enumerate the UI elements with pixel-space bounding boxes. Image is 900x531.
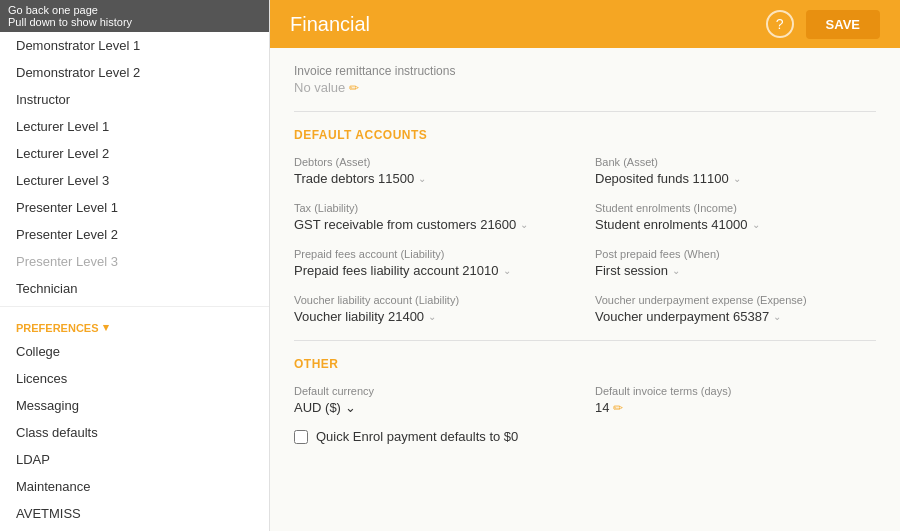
accounts-grid: Debtors (Asset) Trade debtors 11500 ⌄ Ba… — [294, 156, 876, 324]
sidebar-item-avetmiss[interactable]: AVETMISS — [0, 500, 269, 527]
sidebar-item-instructor[interactable]: Instructor — [0, 86, 269, 113]
voucher-liability-label: Voucher liability account (Liability) — [294, 294, 575, 306]
post-prepaid-fees-label: Post prepaid fees (When) — [595, 248, 876, 260]
sidebar-item-messaging[interactable]: Messaging — [0, 392, 269, 419]
other-section: OTHER Default currency AUD ($) ⌄ Default… — [294, 357, 876, 444]
debtors-field: Debtors (Asset) Trade debtors 11500 ⌄ — [294, 156, 575, 186]
student-enrolments-field: Student enrolments (Income) Student enro… — [595, 202, 876, 232]
tax-field: Tax (Liability) GST receivable from cust… — [294, 202, 575, 232]
sidebar-item-demonstrator-2[interactable]: Demonstrator Level 2 — [0, 59, 269, 86]
sidebar-item-lecturer-3[interactable]: Lecturer Level 3 — [0, 167, 269, 194]
sidebar-roles-list: Demonstrator Level 1 Demonstrator Level … — [0, 32, 269, 302]
prepaid-fees-value: Prepaid fees liability account 21010 ⌄ — [294, 263, 575, 278]
edit-icon[interactable]: ✏ — [349, 81, 359, 95]
voucher-liability-value: Voucher liability 21400 ⌄ — [294, 309, 575, 324]
currency-chevron-icon[interactable]: ⌄ — [345, 400, 356, 415]
prepaid-fees-label: Prepaid fees account (Liability) — [294, 248, 575, 260]
quick-enrol-row: Quick Enrol payment defaults to $0 — [294, 429, 876, 444]
student-enrolments-chevron-icon[interactable]: ⌄ — [752, 219, 760, 230]
divider-2 — [294, 340, 876, 341]
sidebar-item-presenter-1[interactable]: Presenter Level 1 — [0, 194, 269, 221]
bank-chevron-icon[interactable]: ⌄ — [733, 173, 741, 184]
sidebar-item-presenter-3[interactable]: Presenter Level 3 — [0, 248, 269, 275]
bank-label: Bank (Asset) — [595, 156, 876, 168]
invoice-terms-edit-icon[interactable]: ✏ — [613, 401, 623, 415]
prepaid-fees-field: Prepaid fees account (Liability) Prepaid… — [294, 248, 575, 278]
help-button[interactable]: ? — [766, 10, 794, 38]
sidebar-item-lecturer-2[interactable]: Lecturer Level 2 — [0, 140, 269, 167]
sidebar-item-college[interactable]: College — [0, 338, 269, 365]
voucher-underpayment-label: Voucher underpayment expense (Expense) — [595, 294, 876, 306]
voucher-underpayment-chevron-icon[interactable]: ⌄ — [773, 311, 781, 322]
default-invoice-terms-value: 14 ✏ — [595, 400, 876, 415]
sidebar-item-funding-contracts[interactable]: Funding contracts — [0, 527, 269, 531]
main-panel: Financial ? SAVE Invoice remittance inst… — [270, 0, 900, 531]
voucher-liability-chevron-icon[interactable]: ⌄ — [428, 311, 436, 322]
student-enrolments-value: Student enrolments 41000 ⌄ — [595, 217, 876, 232]
default-accounts-header: DEFAULT ACCOUNTS — [294, 128, 876, 142]
sidebar-tooltip: Go back one page Pull down to show histo… — [0, 0, 269, 32]
save-button[interactable]: SAVE — [806, 10, 880, 39]
divider-1 — [294, 111, 876, 112]
tax-value: GST receivable from customers 21600 ⌄ — [294, 217, 575, 232]
bank-field: Bank (Asset) Deposited funds 11100 ⌄ — [595, 156, 876, 186]
sidebar-item-ldap[interactable]: LDAP — [0, 446, 269, 473]
student-enrolments-label: Student enrolments (Income) — [595, 202, 876, 214]
tax-label: Tax (Liability) — [294, 202, 575, 214]
debtors-label: Debtors (Asset) — [294, 156, 575, 168]
sidebar-item-presenter-2[interactable]: Presenter Level 2 — [0, 221, 269, 248]
sidebar-divider — [0, 306, 269, 307]
other-header: OTHER — [294, 357, 876, 371]
other-grid: Default currency AUD ($) ⌄ Default invoi… — [294, 385, 876, 415]
voucher-underpayment-field: Voucher underpayment expense (Expense) V… — [595, 294, 876, 324]
default-currency-label: Default currency — [294, 385, 575, 397]
default-currency-value: AUD ($) ⌄ — [294, 400, 575, 415]
sidebar-item-maintenance[interactable]: Maintenance — [0, 473, 269, 500]
content-area: Invoice remittance instructions No value… — [270, 48, 900, 531]
debtors-chevron-icon[interactable]: ⌄ — [418, 173, 426, 184]
default-accounts-section: DEFAULT ACCOUNTS Debtors (Asset) Trade d… — [294, 128, 876, 324]
page-header: Financial ? SAVE — [270, 0, 900, 48]
default-invoice-terms-field: Default invoice terms (days) 14 ✏ — [595, 385, 876, 415]
quick-enrol-checkbox[interactable] — [294, 430, 308, 444]
post-prepaid-fees-field: Post prepaid fees (When) First session ⌄ — [595, 248, 876, 278]
invoice-remittance-label: Invoice remittance instructions — [294, 64, 876, 78]
sidebar-item-lecturer-1[interactable]: Lecturer Level 1 — [0, 113, 269, 140]
voucher-underpayment-value: Voucher underpayment 65387 ⌄ — [595, 309, 876, 324]
quick-enrol-label: Quick Enrol payment defaults to $0 — [316, 429, 518, 444]
prepaid-fees-chevron-icon[interactable]: ⌄ — [503, 265, 511, 276]
header-actions: ? SAVE — [766, 10, 880, 39]
invoice-remittance-value: No value ✏ — [294, 80, 876, 95]
sidebar-item-class-defaults[interactable]: Class defaults — [0, 419, 269, 446]
bank-value: Deposited funds 11100 ⌄ — [595, 171, 876, 186]
default-currency-field: Default currency AUD ($) ⌄ — [294, 385, 575, 415]
chevron-down-icon: ▾ — [103, 321, 109, 334]
sidebar-preferences-list: College Licences Messaging Class default… — [0, 338, 269, 531]
sidebar: Go back one page Pull down to show histo… — [0, 0, 270, 531]
voucher-liability-field: Voucher liability account (Liability) Vo… — [294, 294, 575, 324]
sidebar-item-licences[interactable]: Licences — [0, 365, 269, 392]
tax-chevron-icon[interactable]: ⌄ — [520, 219, 528, 230]
post-prepaid-fees-chevron-icon[interactable]: ⌄ — [672, 265, 680, 276]
sidebar-item-technician[interactable]: Technician — [0, 275, 269, 302]
sidebar-item-demonstrator-1[interactable]: Demonstrator Level 1 — [0, 32, 269, 59]
debtors-value: Trade debtors 11500 ⌄ — [294, 171, 575, 186]
invoice-remittance-section: Invoice remittance instructions No value… — [294, 64, 876, 95]
post-prepaid-fees-value: First session ⌄ — [595, 263, 876, 278]
page-title: Financial — [290, 13, 370, 36]
preferences-section-header[interactable]: PREFERENCES ▾ — [0, 311, 269, 338]
default-invoice-terms-label: Default invoice terms (days) — [595, 385, 876, 397]
